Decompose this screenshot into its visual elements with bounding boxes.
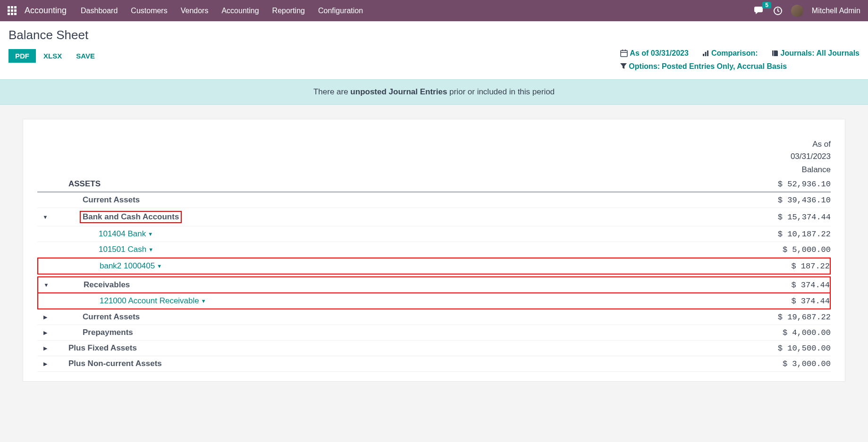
filters: As of 03/31/2023 Comparison: Journals: A… [620,49,860,71]
row-receivables: ▼ Receivables $ 374.44 [37,276,831,293]
label-prepayments[interactable]: Prepayments [53,328,760,337]
report-card: As of 03/31/2023 Balance ASSETS $ 52,936… [23,119,845,382]
row-assets: ASSETS $ 52,936.10 [37,176,831,192]
info-banner[interactable]: There are unposted Journal Entries prior… [0,79,868,105]
filter-row-2: Options:Posted Entries Only, Accrual Bas… [620,62,787,71]
label-assets[interactable]: ASSETS [53,179,760,189]
label-current-assets-2[interactable]: Current Assets [53,312,760,322]
msg-count-badge: 5 [762,2,771,8]
row-bank2: bank2 1000405▼ $ 187.22 [37,258,831,275]
col-header-line2: 03/31/2023 [765,150,831,163]
value-101501-cash: $ 5,000.00 [760,245,831,254]
value-current-assets-2: $ 19,687.22 [760,313,831,322]
user-avatar[interactable] [791,5,803,17]
filter-row-1: As of 03/31/2023 Comparison: Journals: A… [620,49,860,58]
caret-down-icon[interactable]: ▼ [43,214,48,220]
value-bank2: $ 187.22 [759,262,830,271]
xlsx-button[interactable]: XLSX [37,49,68,63]
filter-asof[interactable]: As of 03/31/2023 [620,49,689,58]
caret-right-icon[interactable]: ▶ [43,345,47,351]
label-fixed-assets[interactable]: Plus Fixed Assets [53,343,760,353]
header-section: Balance Sheet PDF XLSX SAVE As of 03/31/… [0,21,868,79]
value-receivables: $ 374.44 [759,281,830,290]
row-prepayments: ▶ Prepayments $ 4,000.00 [37,325,831,341]
label-bank2[interactable]: bank2 1000405▼ [54,261,759,271]
nav-accounting[interactable]: Accounting [221,7,259,15]
caret-down-icon[interactable]: ▼ [157,263,162,269]
main-navbar: Accounting Dashboard Customers Vendors A… [0,0,868,21]
row-noncurrent-assets: ▶ Plus Non-current Assets $ 3,000.00 [37,356,831,372]
value-prepayments: $ 4,000.00 [760,328,831,337]
label-bank-cash[interactable]: Bank and Cash Accounts [53,211,760,223]
filter-comparison-label: Comparison: [711,49,758,58]
report-table: ASSETS $ 52,936.10 Current Assets $ 39,4… [37,176,831,372]
caret-down-icon[interactable]: ▼ [148,231,153,237]
label-101404-bank[interactable]: 101404 Bank▼ [53,229,760,239]
navbar-right: 5 Mitchell Admin [754,5,860,17]
banner-bold: unposted Journal Entries [350,87,447,96]
user-name[interactable]: Mitchell Admin [812,7,860,15]
svg-rect-5 [703,54,704,56]
caret-down-icon[interactable]: ▼ [148,247,153,252]
row-bank-cash: ▼ Bank and Cash Accounts $ 15,374.44 [37,208,831,226]
label-receivables[interactable]: Receivables [54,280,759,290]
value-assets: $ 52,936.10 [760,180,831,189]
messages-button[interactable]: 5 [754,7,765,15]
funnel-icon [620,63,627,70]
nav-customers[interactable]: Customers [131,7,167,15]
filter-options-label: Options: [629,62,660,71]
filter-options-value: Posted Entries Only, Accrual Basis [662,62,787,71]
app-name[interactable]: Accounting [25,6,67,16]
value-acct-recv: $ 374.44 [759,297,830,306]
report-container: As of 03/31/2023 Balance ASSETS $ 52,936… [0,105,868,396]
calendar-icon [620,50,628,57]
report-col-header: As of 03/31/2023 [765,138,831,162]
page-title: Balance Sheet [8,28,860,42]
clock-icon[interactable] [773,6,783,16]
row-101404-bank: 101404 Bank▼ $ 10,187.22 [37,226,831,242]
action-buttons: PDF XLSX SAVE [8,49,101,63]
save-button[interactable]: SAVE [69,49,101,63]
label-acct-recv[interactable]: 121000 Account Receivable▼ [54,296,759,306]
book-icon [771,50,779,57]
filter-asof-label: As of 03/31/2023 [630,49,689,58]
filter-options[interactable]: Options:Posted Entries Only, Accrual Bas… [620,62,787,71]
pdf-button[interactable]: PDF [8,49,36,63]
row-fixed-assets: ▶ Plus Fixed Assets $ 10,500.00 [37,341,831,356]
report-header: As of 03/31/2023 [37,138,831,162]
caret-down-icon[interactable]: ▼ [44,282,49,288]
caret-right-icon[interactable]: ▶ [43,314,47,320]
value-101404-bank: $ 10,187.22 [760,230,831,239]
label-noncurrent-assets[interactable]: Plus Non-current Assets [53,359,760,368]
svg-rect-1 [621,50,627,57]
nav-vendors[interactable]: Vendors [181,7,209,15]
nav-dashboard[interactable]: Dashboard [81,7,118,15]
nav-links: Dashboard Customers Vendors Accounting R… [81,7,363,15]
value-noncurrent-assets: $ 3,000.00 [760,359,831,368]
row-current-assets: Current Assets $ 39,436.10 [37,192,831,208]
highlight-bank-cash: Bank and Cash Accounts [80,211,182,223]
col-header-line1: As of [765,138,831,150]
label-101501-cash[interactable]: 101501 Cash▼ [53,245,760,254]
caret-down-icon[interactable]: ▼ [201,298,206,304]
row-current-assets-2: ▶ Current Assets $ 19,687.22 [37,309,831,325]
caret-right-icon[interactable]: ▶ [43,361,47,367]
filter-journals[interactable]: Journals: All Journals [771,49,860,58]
filter-journals-label: Journals: All Journals [781,49,860,58]
row-acct-recv: 121000 Account Receivable▼ $ 374.44 [37,293,831,309]
value-bank-cash: $ 15,374.44 [760,213,831,222]
banner-prefix: There are [313,87,350,96]
svg-rect-7 [707,50,708,56]
nav-reporting[interactable]: Reporting [272,7,305,15]
caret-right-icon[interactable]: ▶ [43,330,47,336]
filter-comparison[interactable]: Comparison: [702,49,758,58]
header-row: PDF XLSX SAVE As of 03/31/2023 Compariso… [8,49,860,71]
value-fixed-assets: $ 10,500.00 [760,344,831,353]
navbar-left: Accounting Dashboard Customers Vendors A… [8,6,363,16]
nav-configuration[interactable]: Configuration [318,7,363,15]
row-101501-cash: 101501 Cash▼ $ 5,000.00 [37,242,831,258]
value-current-assets: $ 39,436.10 [760,196,831,205]
svg-rect-6 [705,52,706,56]
label-current-assets[interactable]: Current Assets [53,195,760,205]
apps-icon[interactable] [8,6,17,16]
